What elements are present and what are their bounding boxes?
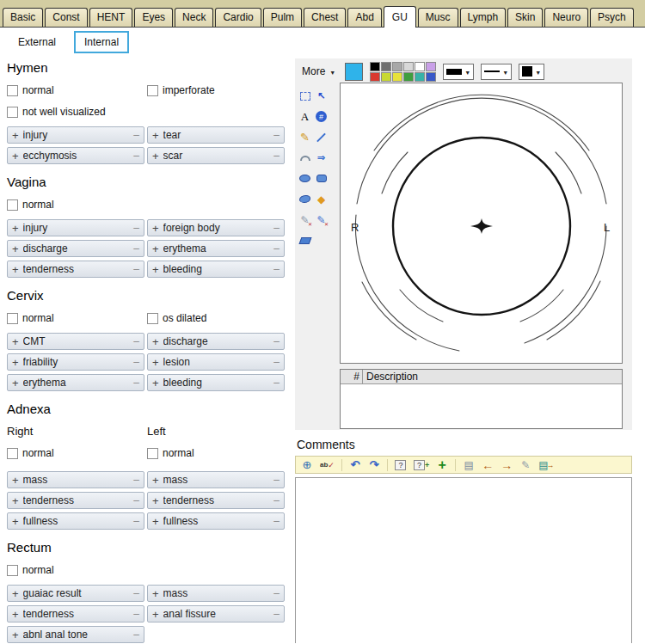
tab-cardio[interactable]: Cardio [215,8,261,27]
tab-neck[interactable]: Neck [175,8,213,27]
cervix-bleeding-button[interactable]: bleeding [147,374,285,391]
adnexa-left-fullness-button[interactable]: fullness [147,512,285,530]
tab-musc[interactable]: Musc [418,8,458,27]
line-style-dropdown[interactable] [481,64,512,80]
pointer-tool[interactable] [315,89,328,102]
signature-icon[interactable] [519,458,531,472]
color-swatch[interactable] [392,72,402,82]
marker-tool[interactable] [298,213,311,226]
help-icon[interactable] [395,458,407,472]
button-label: lesion [163,356,270,368]
hymen-normal-checkbox[interactable]: normal [7,83,144,97]
insert-smarttext-icon[interactable] [538,458,554,472]
rectum-mass-button[interactable]: mass [147,585,285,602]
color-swatch[interactable] [426,62,436,71]
adnexa-right-mass-button[interactable]: mass [7,471,144,488]
add-help-icon[interactable] [414,458,429,472]
line-width-dropdown[interactable] [443,64,474,80]
rectum-anal-fissure-button[interactable]: anal fissure [147,605,285,623]
rectum-abnl-anal-tone-button[interactable]: abnl anal tone [7,626,144,643]
subtab-external[interactable]: External [9,31,65,53]
color-swatch[interactable] [381,62,391,71]
zoom-icon[interactable] [301,458,313,472]
spellcheck-icon[interactable] [320,458,335,472]
adnexa-left-tenderness-button[interactable]: tenderness [147,492,285,509]
rectum-normal-checkbox[interactable]: normal [7,563,292,577]
eraser-tool[interactable] [298,234,311,247]
freeform-tool[interactable] [298,193,311,205]
diamond-tool[interactable] [315,193,328,205]
arrow-tool[interactable] [315,151,328,164]
adnexa-right-tenderness-button[interactable]: tenderness [7,492,144,509]
selected-color-swatch[interactable] [345,63,363,81]
cervix-erythema-button[interactable]: erythema [7,374,144,391]
anatomy-canvas[interactable]: R L [340,83,623,364]
hymen-ecchymosis-button[interactable]: ecchymosis [7,147,144,164]
cervix-friability-button[interactable]: friability [7,353,144,371]
tab-psych[interactable]: Psych [590,8,634,27]
cervix-os-dilated-checkbox[interactable]: os dilated [147,311,285,325]
subtab-internal[interactable]: Internal [74,31,129,53]
marquee-select-tool[interactable] [298,89,311,102]
color-swatch[interactable] [415,62,425,71]
color-swatch[interactable] [381,72,391,82]
color-swatch[interactable] [403,62,414,71]
tab-pulm[interactable]: Pulm [263,8,302,27]
color-swatch[interactable] [370,72,380,82]
cervix-cmt-button[interactable]: CMT [7,333,144,350]
vagina-normal-checkbox[interactable]: normal [7,198,292,212]
color-swatch[interactable] [370,62,380,71]
vagina-foreign-body-button[interactable]: foreign body [147,219,285,236]
tab-neuro[interactable]: Neuro [544,8,588,27]
rectum-guaiac-result-button[interactable]: guaiac result [7,585,144,602]
add-icon[interactable] [436,458,448,472]
adnexa-right-normal-checkbox[interactable]: normal [7,446,144,460]
hymen-tear-button[interactable]: tear [147,126,285,144]
adnexa-left-mass-button[interactable]: mass [147,471,285,488]
color-swatch[interactable] [426,72,436,82]
copy-icon[interactable] [463,458,475,472]
tab-skin[interactable]: Skin [507,8,543,27]
tab-basic[interactable]: Basic [3,8,43,27]
hymen-injury-button[interactable]: injury [7,126,144,144]
color-swatch[interactable] [392,62,402,71]
undo-icon[interactable] [349,458,361,472]
cervix-discharge-button[interactable]: discharge [147,333,285,350]
hymen-not-well-visualized-checkbox[interactable]: not well visualized [7,105,292,119]
hymen-imperforate-checkbox[interactable]: imperforate [147,83,285,97]
arc-tool[interactable] [298,151,311,164]
vagina-bleeding-button[interactable]: bleeding [147,261,285,278]
ellipse-tool[interactable] [298,172,311,185]
vagina-discharge-button[interactable]: discharge [7,240,144,257]
tab-hent[interactable]: HENT [89,8,133,27]
hymen-scar-button[interactable]: scar [147,147,285,164]
tab-chest[interactable]: Chest [304,8,346,27]
color-swatch[interactable] [403,72,414,82]
comments-input[interactable] [295,477,632,643]
vagina-erythema-button[interactable]: erythema [147,240,285,257]
vagina-injury-button[interactable]: injury [7,219,144,236]
previous-icon[interactable] [482,458,494,472]
next-icon[interactable] [501,458,513,472]
cervix-normal-checkbox[interactable]: normal [7,311,144,325]
tab-abd[interactable]: Abd [347,8,381,27]
highlighter-tool[interactable] [315,213,328,226]
tab-gu[interactable]: GU [384,6,416,28]
pencil-tool[interactable] [298,131,311,144]
adnexa-right-fullness-button[interactable]: fullness [7,512,144,530]
more-dropdown[interactable]: More [299,64,338,79]
vagina-tenderness-button[interactable]: tenderness [7,261,144,278]
rectum-tenderness-button[interactable]: tenderness [7,605,144,623]
redo-icon[interactable] [368,458,380,472]
tab-eyes[interactable]: Eyes [134,8,173,27]
rounded-rect-tool[interactable] [315,172,328,185]
line-tool[interactable] [315,131,328,144]
cervix-lesion-button[interactable]: lesion [147,353,285,371]
number-stamp-tool[interactable]: # [315,110,328,123]
text-tool[interactable] [298,110,311,123]
fill-color-dropdown[interactable] [519,64,544,80]
tab-lymph[interactable]: Lymph [460,8,507,27]
color-swatch[interactable] [415,72,425,82]
adnexa-left-normal-checkbox[interactable]: normal [147,446,285,460]
tab-const[interactable]: Const [45,8,87,27]
